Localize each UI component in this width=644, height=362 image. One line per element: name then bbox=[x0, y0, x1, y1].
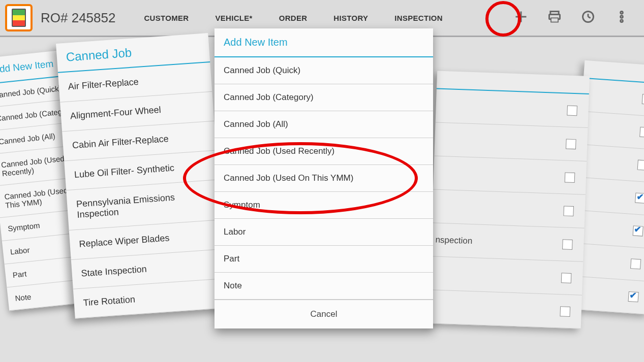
checkbox-icon[interactable] bbox=[563, 206, 574, 216]
menu-item-canned-category[interactable]: Canned Job (Category) bbox=[214, 84, 433, 111]
svg-line-7 bbox=[588, 17, 591, 18]
list-item[interactable] bbox=[434, 122, 588, 161]
svg-rect-4 bbox=[551, 18, 558, 22]
menu-item-labor[interactable]: Labor bbox=[214, 219, 433, 246]
annotation-circle-add bbox=[485, 1, 521, 37]
menu-item-canned-all[interactable]: Canned Job (All) bbox=[214, 111, 433, 138]
checkbox-icon[interactable] bbox=[628, 291, 638, 302]
list-item[interactable] bbox=[433, 156, 587, 194]
svg-point-8 bbox=[621, 12, 623, 14]
list-item-label: nspection bbox=[435, 235, 472, 246]
tab-customer[interactable]: CUSTOMER bbox=[131, 0, 202, 36]
menu-item-part[interactable]: Part bbox=[214, 246, 433, 273]
list-item[interactable] bbox=[430, 256, 583, 295]
list-item[interactable] bbox=[581, 79, 644, 117]
checkbox-icon[interactable] bbox=[567, 105, 577, 116]
menu-item-note[interactable]: Note bbox=[214, 273, 433, 300]
checkbox-icon[interactable] bbox=[565, 172, 575, 183]
list-item[interactable]: nspection bbox=[431, 223, 584, 261]
panel-title: Add New Item bbox=[214, 28, 433, 57]
svg-point-10 bbox=[621, 20, 623, 22]
checkbox-icon[interactable] bbox=[642, 94, 644, 105]
clock-icon[interactable] bbox=[581, 10, 595, 26]
svg-point-9 bbox=[621, 16, 623, 18]
cancel-button[interactable]: Cancel bbox=[214, 300, 433, 328]
list-item[interactable] bbox=[432, 189, 586, 228]
checkbox-icon[interactable] bbox=[560, 306, 570, 317]
list-item[interactable] bbox=[436, 89, 589, 128]
checkbox-icon[interactable] bbox=[562, 239, 573, 250]
checkbox-icon[interactable] bbox=[633, 225, 643, 236]
checkbox-icon[interactable] bbox=[639, 127, 644, 138]
checkbox-icon[interactable] bbox=[561, 273, 572, 283]
menu-item-canned-quick[interactable]: Canned Job (Quick) bbox=[214, 57, 433, 84]
checkbox-icon[interactable] bbox=[566, 139, 576, 149]
ro-number: RO# 245852 bbox=[41, 10, 115, 26]
annotation-ellipse-rows bbox=[183, 142, 418, 214]
checkbox-icon[interactable] bbox=[630, 258, 641, 269]
checkbox-icon[interactable] bbox=[635, 192, 644, 203]
overflow-menu-icon[interactable] bbox=[615, 10, 629, 26]
checkbox-icon[interactable] bbox=[637, 160, 644, 171]
app-logo bbox=[5, 4, 33, 31]
right-front-panel: nspection bbox=[428, 71, 590, 329]
top-icons bbox=[514, 10, 644, 26]
print-icon[interactable] bbox=[547, 10, 562, 26]
list-item[interactable] bbox=[579, 112, 644, 150]
list-item[interactable] bbox=[428, 290, 582, 328]
